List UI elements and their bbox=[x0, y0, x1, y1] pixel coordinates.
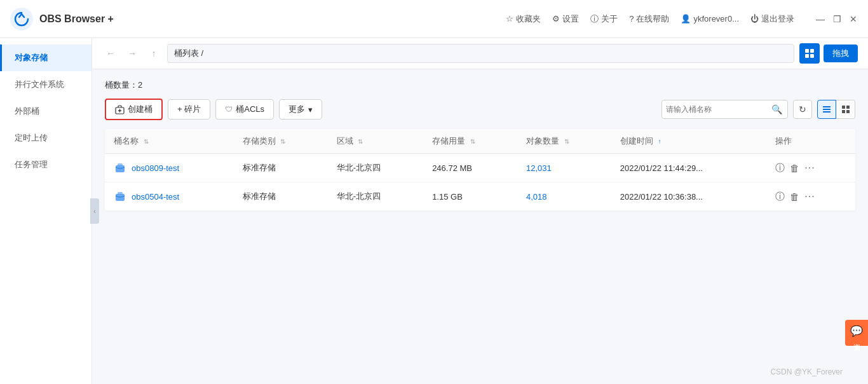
table-row: obs0809-test 标准存储 华北-北京四 246.72 MB 12,03… bbox=[105, 154, 855, 182]
col-created-time: 创建时间 ↑ bbox=[611, 129, 766, 154]
sidebar-item-object-storage[interactable]: 对象存储 bbox=[0, 45, 92, 71]
dnd-icon bbox=[799, 43, 820, 64]
sort-icon-storage-used[interactable]: ⇅ bbox=[470, 138, 475, 145]
watermark: CSDN @YK_Forever bbox=[770, 367, 843, 376]
sort-icon-name[interactable]: ⇅ bbox=[144, 138, 149, 145]
nav-logout[interactable]: ⏻ 退出登录 bbox=[750, 13, 794, 25]
toolbar: 创建桶 + 碎片 🛡 桶ACLs 更多 ▾ 🔍 bbox=[105, 99, 855, 120]
bucket-icon-0 bbox=[114, 161, 126, 174]
list-view-button[interactable] bbox=[817, 100, 836, 119]
star-icon: ☆ bbox=[506, 14, 513, 24]
bucket-table: 桶名称 ⇅ 存储类别 ⇅ 区域 ⇅ 存储用量 ⇅ bbox=[105, 129, 855, 211]
svg-rect-6 bbox=[823, 106, 831, 107]
back-button[interactable]: ← bbox=[102, 45, 119, 62]
sidebar-label-scheduled-upload: 定时上传 bbox=[15, 133, 48, 142]
sort-icon-created-time[interactable]: ↑ bbox=[658, 138, 661, 145]
info-action-0[interactable]: ⓘ bbox=[775, 162, 785, 174]
refresh-button[interactable]: ↻ bbox=[793, 100, 812, 119]
col-storage-type: 存储类别 ⇅ bbox=[234, 129, 328, 154]
cell-storage-used-0: 246.72 MB bbox=[423, 154, 517, 182]
sort-icon-object-count[interactable]: ⇅ bbox=[564, 138, 569, 145]
forward-button[interactable]: → bbox=[124, 45, 140, 62]
app-title: OBS Browser + bbox=[39, 13, 114, 25]
user-icon: 👤 bbox=[681, 14, 691, 24]
bucket-link-0[interactable]: obs0809-test bbox=[132, 163, 179, 173]
nav-about[interactable]: ⓘ 关于 bbox=[590, 13, 618, 25]
topbar: ← → ↑ 桶列表 / 拖拽 bbox=[92, 38, 868, 69]
delete-action-0[interactable]: 🗑 bbox=[790, 163, 799, 174]
titlebar-nav: ☆ 收藏夹 ⚙ 设置 ⓘ 关于 ? 在线帮助 👤 ykforever0... ⏻… bbox=[506, 13, 858, 25]
shards-button[interactable]: + 碎片 bbox=[168, 99, 210, 120]
sort-icon-storage-type[interactable]: ⇅ bbox=[280, 138, 285, 145]
delete-action-1[interactable]: 🗑 bbox=[790, 191, 799, 202]
bucket-acls-button[interactable]: 🛡 桶ACLs bbox=[215, 99, 274, 120]
cell-created-time-1: 2022/01/22 10:36:38... bbox=[611, 182, 766, 211]
dnd-button[interactable]: 拖拽 bbox=[824, 45, 858, 62]
cell-storage-type-0: 标准存储 bbox=[234, 154, 328, 182]
restore-button[interactable]: ❐ bbox=[832, 15, 841, 24]
col-name: 桶名称 ⇅ bbox=[105, 129, 234, 154]
svg-rect-3 bbox=[805, 54, 809, 58]
chat-label: 资询 bbox=[852, 338, 862, 341]
sidebar-label-task-mgmt: 任务管理 bbox=[15, 160, 48, 169]
logout-icon: ⏻ bbox=[750, 14, 759, 24]
create-bucket-button[interactable]: 创建桶 bbox=[105, 99, 163, 120]
more-action-0[interactable]: ··· bbox=[804, 162, 815, 174]
svg-rect-4 bbox=[810, 54, 814, 58]
more-button[interactable]: 更多 ▾ bbox=[279, 99, 322, 120]
chat-icon: 💬 bbox=[850, 325, 863, 337]
cell-name-1: obs0504-test bbox=[105, 182, 234, 211]
sidebar-item-scheduled-upload[interactable]: 定时上传 bbox=[0, 125, 92, 151]
svg-rect-7 bbox=[823, 109, 831, 110]
cell-action-0: ⓘ 🗑 ··· bbox=[766, 154, 855, 182]
svg-rect-11 bbox=[842, 110, 845, 113]
sidebar: 对象存储 并行文件系统 外部桶 定时上传 任务管理 ‹ bbox=[0, 38, 92, 384]
more-action-1[interactable]: ··· bbox=[804, 191, 815, 202]
table-row: obs0504-test 标准存储 华北-北京四 1.15 GB 4,018 2… bbox=[105, 182, 855, 211]
close-button[interactable]: ✕ bbox=[849, 15, 858, 24]
sidebar-label-object-storage: 对象存储 bbox=[15, 53, 48, 62]
nav-settings[interactable]: ⚙ 设置 bbox=[552, 13, 579, 25]
titlebar: OBS Browser + ☆ 收藏夹 ⚙ 设置 ⓘ 关于 ? 在线帮助 👤 y… bbox=[0, 0, 868, 38]
up-button[interactable]: ↑ bbox=[146, 45, 162, 62]
nav-favorites[interactable]: ☆ 收藏夹 bbox=[506, 13, 541, 25]
cell-name-0: obs0809-test bbox=[105, 154, 234, 182]
svg-rect-10 bbox=[846, 106, 850, 109]
svg-rect-2 bbox=[810, 49, 814, 53]
sidebar-item-task-mgmt[interactable]: 任务管理 bbox=[0, 151, 92, 178]
col-storage-used: 存储用量 ⇅ bbox=[423, 129, 517, 154]
bucket-link-1[interactable]: obs0504-test bbox=[132, 192, 179, 202]
view-toggle bbox=[817, 100, 855, 119]
content-area: ← → ↑ 桶列表 / 拖拽 bbox=[92, 38, 868, 384]
search-icon[interactable]: 🔍 bbox=[770, 104, 783, 114]
refresh-icon: ↻ bbox=[799, 104, 806, 114]
shield-icon: 🛡 bbox=[225, 105, 233, 114]
app-logo bbox=[10, 8, 33, 31]
sidebar-item-parallel-fs[interactable]: 并行文件系统 bbox=[0, 71, 92, 98]
create-bucket-icon bbox=[115, 105, 125, 114]
sort-icon-region[interactable]: ⇅ bbox=[358, 138, 363, 145]
info-action-1[interactable]: ⓘ bbox=[775, 191, 785, 203]
svg-rect-14 bbox=[118, 163, 123, 166]
sidebar-collapse-button[interactable]: ‹ bbox=[90, 198, 99, 224]
sidebar-item-external-bucket[interactable]: 外部桶 bbox=[0, 98, 92, 125]
grid-view-button[interactable] bbox=[836, 100, 855, 119]
chat-float-button[interactable]: 💬 资询 bbox=[845, 320, 868, 346]
col-action: 操作 bbox=[766, 129, 855, 154]
nav-help[interactable]: ? 在线帮助 bbox=[629, 13, 669, 25]
cell-created-time-0: 2022/01/22 11:44:29... bbox=[611, 154, 766, 182]
col-region: 区域 ⇅ bbox=[328, 129, 424, 154]
nav-user[interactable]: 👤 ykforever0... bbox=[681, 14, 739, 24]
window-controls: — ❐ ✕ bbox=[816, 15, 858, 24]
gear-icon: ⚙ bbox=[552, 14, 560, 24]
svg-rect-8 bbox=[823, 111, 831, 113]
cell-action-1: ⓘ 🗑 ··· bbox=[766, 182, 855, 211]
bucket-icon-1 bbox=[114, 190, 126, 203]
sidebar-label-parallel-fs: 并行文件系统 bbox=[15, 79, 64, 89]
cell-region-1: 华北-北京四 bbox=[328, 182, 424, 211]
content-body: 桶数量：2 创建桶 + 碎片 🛡 桶ACLs bbox=[92, 69, 868, 221]
info-icon: ⓘ bbox=[590, 13, 599, 25]
more-arrow-icon: ▾ bbox=[308, 105, 313, 114]
search-input[interactable] bbox=[666, 105, 768, 114]
minimize-button[interactable]: — bbox=[816, 15, 825, 24]
